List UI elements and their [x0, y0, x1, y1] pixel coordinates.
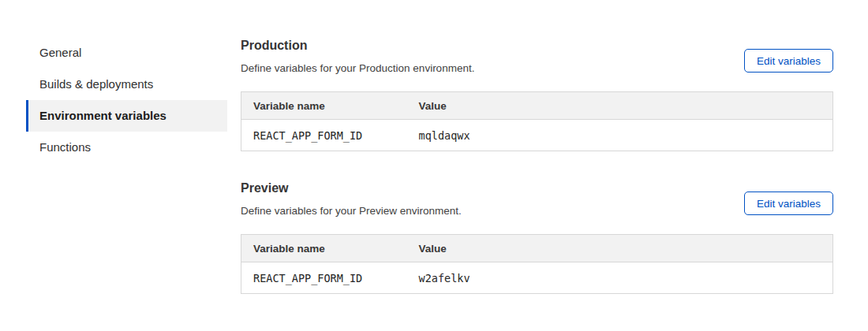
table-row: REACT_APP_FORM_ID w2afelkv	[241, 262, 833, 294]
section-description-production: Define variables for your Production env…	[241, 62, 474, 75]
column-header-variable-name: Variable name	[241, 235, 407, 262]
sidebar-item-functions[interactable]: Functions	[26, 132, 227, 163]
section-title-preview: Preview	[241, 180, 462, 195]
sidebar-item-builds-deployments[interactable]: Builds & deployments	[26, 69, 227, 100]
edit-variables-button-preview[interactable]: Edit variables	[744, 192, 833, 215]
variable-name-cell: REACT_APP_FORM_ID	[241, 120, 407, 151]
section-description-preview: Define variables for your Preview enviro…	[241, 205, 462, 218]
preview-section: Preview Define variables for your Previe…	[241, 180, 833, 294]
production-section: Production Define variables for your Pro…	[241, 38, 833, 151]
table-header-row: Variable name Value	[241, 92, 833, 120]
column-header-variable-name: Variable name	[241, 92, 407, 120]
variable-name-cell: REACT_APP_FORM_ID	[241, 262, 407, 294]
column-header-value: Value	[407, 235, 833, 262]
preview-section-header: Preview Define variables for your Previe…	[241, 180, 833, 218]
sidebar-item-general[interactable]: General	[26, 37, 227, 69]
production-variables-table: Variable name Value REACT_APP_FORM_ID mq…	[241, 91, 833, 151]
sidebar-item-environment-variables[interactable]: Environment variables	[26, 100, 227, 132]
table-header-row: Variable name Value	[241, 235, 833, 262]
variable-value-cell: w2afelkv	[407, 262, 833, 294]
section-title-production: Production	[241, 38, 474, 53]
production-section-header: Production Define variables for your Pro…	[241, 38, 833, 75]
settings-content: Production Define variables for your Pro…	[241, 0, 833, 294]
variable-value-cell: mqldaqwx	[407, 120, 833, 151]
edit-variables-button-production[interactable]: Edit variables	[744, 49, 833, 73]
table-row: REACT_APP_FORM_ID mqldaqwx	[241, 120, 833, 151]
preview-header-text: Preview Define variables for your Previe…	[241, 180, 462, 218]
environment-variables-settings-page: General Builds & deployments Environment…	[0, 0, 868, 294]
settings-sidebar: General Builds & deployments Environment…	[26, 37, 227, 163]
preview-variables-table: Variable name Value REACT_APP_FORM_ID w2…	[241, 234, 833, 294]
column-header-value: Value	[407, 92, 833, 120]
production-header-text: Production Define variables for your Pro…	[241, 38, 474, 75]
